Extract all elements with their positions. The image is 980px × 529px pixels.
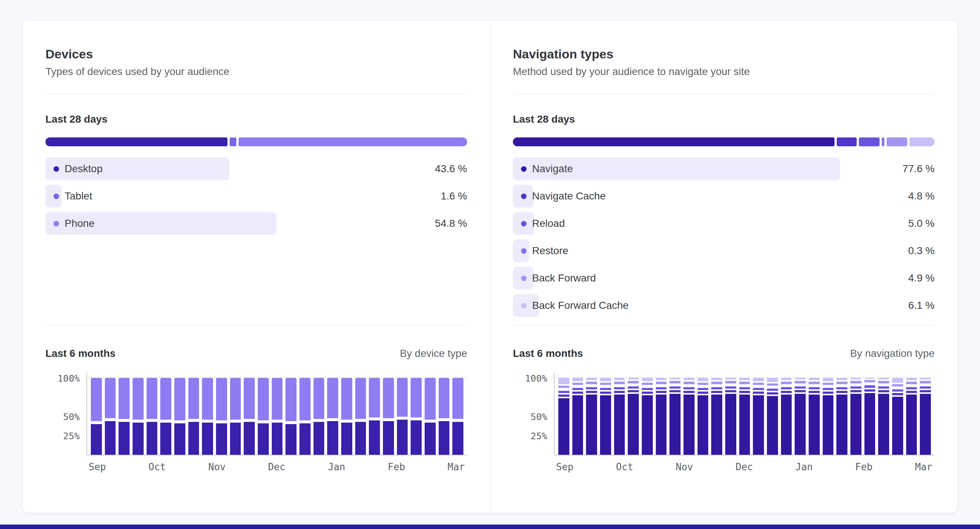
chart-bar[interactable]	[823, 378, 834, 455]
chart-bar[interactable]	[781, 378, 792, 455]
chart-bar[interactable]	[864, 378, 875, 455]
chart-bar[interactable]	[355, 378, 366, 455]
chart-bar[interactable]	[767, 378, 778, 455]
chart-bar[interactable]	[258, 378, 269, 455]
legend-label: Phone	[65, 218, 94, 229]
legend-row[interactable]: Navigate Cache4.8 %	[513, 185, 935, 208]
chart-bar[interactable]	[230, 378, 241, 455]
chart-bar[interactable]	[285, 378, 296, 455]
chart-bar[interactable]	[397, 378, 408, 455]
chart-bar[interactable]	[892, 378, 903, 455]
chart-bar-segment	[823, 388, 834, 392]
chart-bar[interactable]	[725, 378, 736, 455]
chart-bar[interactable]	[850, 378, 861, 455]
chart-bar[interactable]	[809, 378, 820, 455]
legend-row[interactable]: Desktop43.6 %	[45, 158, 467, 180]
chart-bar[interactable]	[753, 378, 764, 455]
chart-bar[interactable]	[572, 378, 584, 455]
chart-bar[interactable]	[795, 378, 806, 455]
y-axis-label: 100%	[525, 374, 547, 384]
chart-bar-segment	[299, 423, 310, 455]
chart-bar[interactable]	[341, 378, 352, 455]
chart-bar[interactable]	[146, 378, 158, 455]
chart-bar-segment	[850, 378, 861, 381]
chart-bar-segment	[809, 378, 820, 382]
chart-bar[interactable]	[119, 378, 130, 455]
legend-row[interactable]: Tablet1.6 %	[45, 185, 467, 208]
chart-bar[interactable]	[299, 378, 310, 455]
chart-bar[interactable]	[697, 378, 709, 455]
chart-bar-segment	[558, 378, 570, 386]
chart-bar[interactable]	[906, 378, 917, 455]
chart-bar-segment	[823, 378, 834, 383]
chart-bar[interactable]	[558, 378, 570, 455]
chart-bar-segment	[272, 378, 283, 421]
chart-bar[interactable]	[313, 378, 325, 455]
chart-bar-segment	[767, 396, 778, 455]
chart-bar[interactable]	[920, 378, 931, 455]
chart-bar[interactable]	[684, 378, 695, 455]
chart-bar[interactable]	[452, 378, 463, 455]
chart-bar[interactable]	[132, 378, 144, 455]
months-heading: Last 6 months	[513, 347, 583, 359]
chart-bar[interactable]	[216, 378, 227, 455]
legend-row[interactable]: Phone54.8 %	[45, 212, 467, 235]
chart-bar[interactable]	[202, 378, 213, 455]
month-label: Sep	[556, 461, 573, 472]
chart-bar[interactable]	[174, 378, 185, 455]
chart-bar-segment	[285, 378, 296, 422]
chart-bar[interactable]	[105, 378, 116, 455]
chart-bar[interactable]	[656, 378, 667, 455]
chart-bar[interactable]	[878, 378, 889, 455]
distribution-bar	[513, 137, 935, 146]
chart-bar[interactable]	[642, 378, 653, 455]
chart-bar[interactable]	[670, 378, 681, 455]
chart-bar[interactable]	[586, 378, 597, 455]
legend-row[interactable]: Restore0.3 %	[513, 239, 935, 262]
chart-bar-segment	[767, 392, 778, 396]
chart-bar-segment	[656, 378, 667, 382]
chart-bar[interactable]	[711, 378, 722, 455]
chart-bar-segment	[452, 422, 463, 455]
chart-bar-segment	[572, 388, 584, 392]
chart-bar-segment	[892, 384, 903, 388]
legend-row[interactable]: Reload5.0 %	[513, 212, 935, 235]
chart-bar-segment	[878, 386, 889, 390]
chart-bar-segment	[439, 378, 450, 420]
months-subheading: By device type	[400, 347, 467, 359]
legend-row[interactable]: Back Forward Cache6.1 %	[513, 294, 935, 317]
legend-row[interactable]: Navigate77.6 %	[513, 158, 935, 180]
chart-bar[interactable]	[272, 378, 283, 455]
chart-bar[interactable]	[91, 378, 102, 455]
chart-bar[interactable]	[600, 378, 611, 455]
distribution-segment	[882, 137, 885, 146]
chart-bar-segment	[697, 392, 709, 395]
chart-bar-segment	[878, 394, 889, 455]
chart-bar-segment	[160, 378, 171, 421]
chart-bar[interactable]	[739, 378, 750, 455]
devices-panel: Devices Types of devices used by your au…	[22, 21, 490, 513]
chart-bar-segment	[572, 392, 584, 395]
chart-bar[interactable]	[369, 378, 380, 455]
chart-bar[interactable]	[188, 378, 199, 455]
chart-bar-segment	[836, 387, 848, 391]
chart-bar[interactable]	[160, 378, 171, 455]
chart-bar[interactable]	[327, 378, 338, 455]
chart-bar-segment	[711, 382, 722, 385]
analytics-card: Devices Types of devices used by your au…	[22, 20, 958, 513]
legend-row[interactable]: Back Forward4.9 %	[513, 267, 935, 290]
chart-bar-segment	[739, 382, 750, 385]
chart-bar[interactable]	[614, 378, 625, 455]
chart-bar[interactable]	[383, 378, 394, 455]
chart-bar[interactable]	[439, 378, 450, 455]
chart-bar[interactable]	[628, 378, 639, 455]
chart-bar-segment	[244, 378, 255, 421]
chart-bar-segment	[642, 392, 653, 395]
chart-bar[interactable]	[410, 378, 422, 455]
chart-bar-segment	[216, 378, 227, 422]
chart-bar-segment	[299, 378, 310, 422]
chart-bar[interactable]	[244, 378, 255, 455]
chart-bar[interactable]	[836, 378, 848, 455]
chart-bar[interactable]	[425, 378, 436, 455]
chart-bar-segment	[697, 378, 709, 383]
